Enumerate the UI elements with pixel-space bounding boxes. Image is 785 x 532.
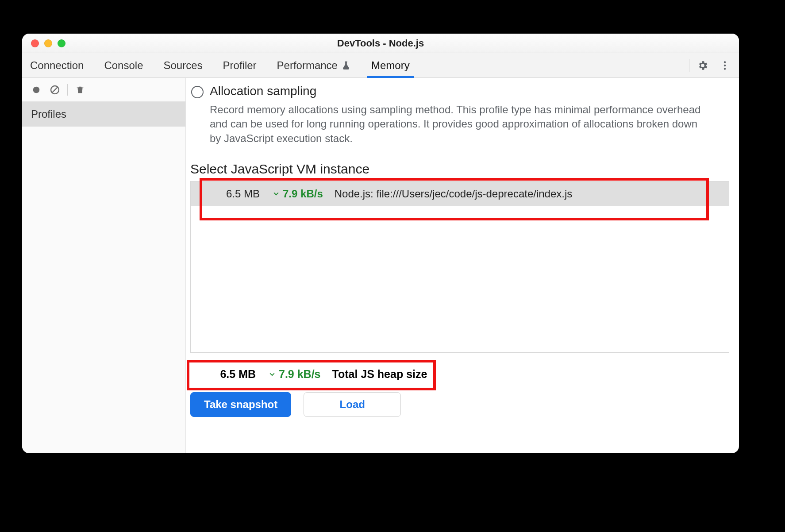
sidebar-section-profiles[interactable]: Profiles [22, 102, 185, 127]
totals-row: 6.5 MB 7.9 kB/s Total JS heap size [190, 364, 432, 384]
separator [67, 84, 68, 96]
profile-type-allocation-sampling[interactable]: Allocation sampling Record memory alloca… [190, 81, 729, 146]
separator [689, 59, 689, 72]
window-title: DevTools - Node.js [22, 38, 739, 49]
main-pane: Allocation sampling Record memory alloca… [186, 78, 739, 453]
svg-point-2 [724, 68, 726, 69]
vm-instance-row[interactable]: 6.5 MB 7.9 kB/s Node.js: file:///Users/j… [191, 181, 729, 206]
tab-memory[interactable]: Memory [367, 53, 414, 77]
tab-profiler[interactable]: Profiler [219, 53, 261, 77]
vm-rate: 7.9 kB/s [283, 188, 323, 200]
titlebar: DevTools - Node.js [22, 34, 739, 53]
vm-trend: 7.9 kB/s [271, 188, 323, 200]
svg-point-1 [724, 64, 726, 66]
tab-console[interactable]: Console [100, 53, 147, 77]
window-controls [31, 39, 65, 47]
svg-point-0 [724, 61, 726, 63]
minimize-icon[interactable] [44, 39, 52, 47]
delete-button[interactable] [74, 84, 86, 96]
body: Profiles Allocation sampling Record memo… [22, 78, 739, 453]
vm-instance-list: 6.5 MB 7.9 kB/s Node.js: file:///Users/j… [190, 181, 729, 353]
clear-button[interactable] [49, 84, 61, 96]
sidebar: Profiles [22, 78, 186, 453]
devtools-window: DevTools - Node.js Connection Console So… [22, 34, 739, 453]
more-vertical-icon [719, 60, 731, 71]
trash-icon [75, 85, 85, 95]
flask-icon [341, 61, 351, 70]
ban-icon [50, 85, 60, 95]
tab-connection[interactable]: Connection [26, 53, 88, 77]
annotation-highlight [187, 360, 436, 390]
arrow-down-icon [271, 188, 281, 200]
sidebar-toolbar [22, 78, 185, 102]
more-button[interactable] [716, 57, 734, 74]
svg-line-5 [52, 87, 58, 93]
tab-performance[interactable]: Performance [273, 53, 355, 77]
radio-icon[interactable] [191, 86, 204, 98]
profile-type-description: Record memory allocations using sampling… [210, 103, 701, 146]
vm-instance-heading: Select JavaScript VM instance [190, 162, 729, 177]
take-snapshot-button[interactable]: Take snapshot [190, 392, 291, 417]
close-icon[interactable] [31, 39, 39, 47]
tab-sources[interactable]: Sources [159, 53, 207, 77]
svg-point-3 [33, 86, 40, 93]
record-icon [31, 85, 41, 95]
vm-instance-name: Node.js: file:///Users/jec/code/js-depre… [335, 188, 573, 200]
actions: Take snapshot Load [190, 392, 729, 417]
load-button[interactable]: Load [304, 392, 401, 417]
vm-size: 6.5 MB [211, 188, 260, 200]
gear-icon [697, 60, 708, 71]
profile-type-title: Allocation sampling [210, 84, 701, 98]
tabstrip: Connection Console Sources Profiler Perf… [22, 53, 739, 78]
zoom-icon[interactable] [58, 39, 65, 47]
sidebar-section-label: Profiles [31, 108, 66, 120]
record-button[interactable] [30, 84, 42, 96]
settings-button[interactable] [694, 57, 712, 74]
